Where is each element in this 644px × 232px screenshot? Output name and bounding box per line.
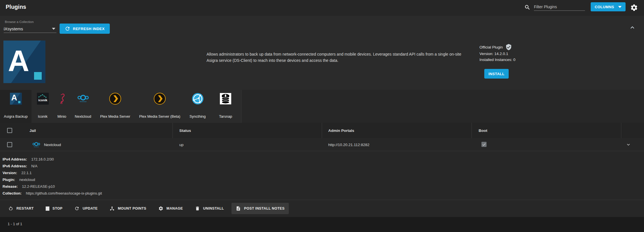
plugin-tile-label: Minio: [54, 114, 70, 119]
table-header: Jail Status Admin Portals Boot: [0, 123, 644, 138]
svg-text:iconik: iconik: [38, 98, 48, 102]
restart-icon: [8, 206, 13, 211]
column-header-jail[interactable]: Jail: [30, 123, 36, 138]
install-button[interactable]: INSTALL: [484, 69, 509, 79]
detail-row: Release:12.2-RELEASE-p10: [3, 183, 644, 190]
update-icon: [74, 206, 79, 211]
detail-row: IPv6 Address:N/A: [3, 163, 644, 170]
check-icon: [482, 142, 486, 147]
plugin-tile-label: Iconik: [31, 114, 54, 119]
plugin-tile-iconik[interactable]: iconik Iconik: [31, 90, 54, 123]
columns-button-label: COLUMNS: [595, 5, 614, 9]
refresh-index-button[interactable]: REFRESH INDEX: [60, 24, 110, 34]
column-divider: [621, 123, 621, 138]
collection-selected-value: iXsystems: [4, 26, 23, 31]
column-divider: [172, 123, 173, 138]
manage-button[interactable]: MANAGE: [154, 203, 187, 214]
table-footer: 1 - 1 of 1: [0, 217, 644, 232]
detail-row: IPv4 Address:172.16.0.2/30: [3, 156, 644, 163]
filter-input[interactable]: [534, 3, 585, 11]
top-bar: Plugins COLUMNS: [0, 0, 644, 16]
collection-label: Browse a Collection: [5, 20, 34, 24]
row-details: IPv4 Address:172.16.0.2/30 IPv6 Address:…: [0, 151, 644, 200]
restart-button[interactable]: RESTART: [4, 203, 38, 214]
plugin-tile-label: Plex Media Server (Beta): [134, 114, 185, 119]
svg-text:Nextcloud: Nextcloud: [34, 146, 39, 147]
plugin-version: Version: 14.2.0.1: [479, 51, 515, 57]
nextcloud-icon: Nextcloud: [32, 141, 41, 148]
detail-row: Plugin:nextcloud: [3, 176, 644, 183]
jail-icon-cell: Nextcloud: [32, 138, 41, 151]
jail-status: up: [179, 138, 184, 151]
post-install-notes-icon: [236, 206, 241, 211]
plugin-description: Allows administrators to back up data fr…: [207, 51, 463, 64]
collection-url[interactable]: https://github.com/freenas/iocage-ix-plu…: [26, 191, 102, 195]
mount-points-icon: [110, 206, 115, 211]
detail-row: Version:22.1.1: [3, 170, 644, 176]
plugin-tile-label: Nextcloud: [70, 114, 96, 119]
gear-icon[interactable]: [630, 4, 638, 12]
official-plugin-label: Official Plugin: [479, 44, 503, 50]
stop-button[interactable]: STOP: [41, 203, 67, 214]
plugin-tile-label: Asigra Backup: [0, 114, 31, 119]
uninstall-button[interactable]: UNINSTALL: [191, 203, 228, 214]
refresh-icon: [65, 26, 70, 31]
plex-icon: [109, 92, 121, 105]
page-title: Plugins: [6, 4, 26, 10]
chevron-up-icon: [629, 24, 636, 31]
uninstall-icon: [195, 206, 200, 211]
paginator: 1 - 1 of 1: [8, 222, 22, 226]
chevron-down-icon: [626, 142, 631, 147]
collection-select[interactable]: iXsystems: [4, 25, 56, 33]
plugin-tile-syncthing[interactable]: Syncthing: [185, 90, 210, 123]
asigra-backup-icon: A: [10, 93, 22, 105]
plugin-tile-label: Plex Media Server: [96, 114, 134, 119]
verified-shield-icon: [505, 44, 512, 50]
stop-icon: [46, 206, 49, 211]
plugin-tile-minio[interactable]: Minio: [54, 90, 70, 123]
minio-icon: [56, 93, 68, 104]
row-expander-button[interactable]: [626, 142, 631, 147]
plugin-icon-strip: A Asigra Backup iconik Iconi: [0, 90, 644, 123]
plugin-tile-label: Syncthing: [185, 114, 210, 119]
refresh-index-label: REFRESH INDEX: [73, 27, 105, 31]
plugin-tile-asigra-backup[interactable]: A Asigra Backup: [0, 90, 32, 123]
row-checkbox[interactable]: [7, 142, 12, 147]
post-install-notes-button[interactable]: POST INSTALL NOTES: [231, 203, 289, 214]
mount-points-button[interactable]: MOUNT POINTS: [105, 203, 151, 214]
boot-checkbox[interactable]: [481, 142, 487, 147]
plugins-page: Plugins COLUMNS Browse a Collection iXsy…: [0, 0, 644, 232]
syncthing-icon: [191, 92, 204, 105]
plugin-tile-plex-media-server-beta[interactable]: Plex Media Server (Beta): [134, 90, 186, 123]
table-row[interactable]: Nextcloud Nextcloud up http://10.20.21.1…: [0, 138, 644, 151]
update-button[interactable]: UPDATE: [70, 203, 102, 214]
column-header-admin-portals[interactable]: Admin Portals: [328, 123, 354, 138]
manage-icon: [158, 206, 163, 211]
chevron-down-icon: [52, 28, 55, 30]
detail-row: Collection:https://github.com/freenas/io…: [3, 190, 644, 197]
columns-button[interactable]: COLUMNS: [591, 2, 626, 11]
column-header-boot[interactable]: Boot: [479, 123, 487, 138]
search-icon: [524, 4, 531, 10]
admin-portal-link[interactable]: http://10.20.21.112:8282: [328, 138, 369, 151]
column-divider: [322, 123, 322, 138]
nextcloud-icon: Nextcloud: [77, 93, 89, 104]
plugin-tile-tarsnap[interactable]: Tarsnap: [210, 90, 241, 123]
plugin-installed-instances: Installed Instances: 0: [479, 57, 515, 63]
select-all-checkbox[interactable]: [7, 128, 12, 133]
plugin-tile-plex-media-server[interactable]: Plex Media Server: [96, 90, 134, 123]
plugin-tile-label: Tarsnap: [210, 114, 241, 119]
asigra-plugin-logo: A: [3, 41, 45, 83]
tarsnap-icon: [220, 93, 231, 105]
plex-beta-icon: [153, 92, 166, 105]
column-header-status[interactable]: Status: [179, 123, 191, 138]
row-action-bar: RESTART STOP UPDATE MOUNT POINTS MANAGE …: [0, 200, 644, 217]
jail-name: Nextcloud: [44, 138, 61, 151]
plugin-info-block: Official Plugin Version: 14.2.0.1 Instal…: [479, 43, 515, 63]
chevron-down-icon: [618, 6, 622, 8]
collapse-panel-button[interactable]: [629, 24, 636, 31]
iconik-icon: iconik: [37, 92, 49, 105]
column-divider: [472, 123, 472, 138]
svg-text:Nextcloud: Nextcloud: [80, 101, 86, 102]
plugin-tile-nextcloud[interactable]: Nextcloud Nextcloud: [70, 90, 96, 123]
